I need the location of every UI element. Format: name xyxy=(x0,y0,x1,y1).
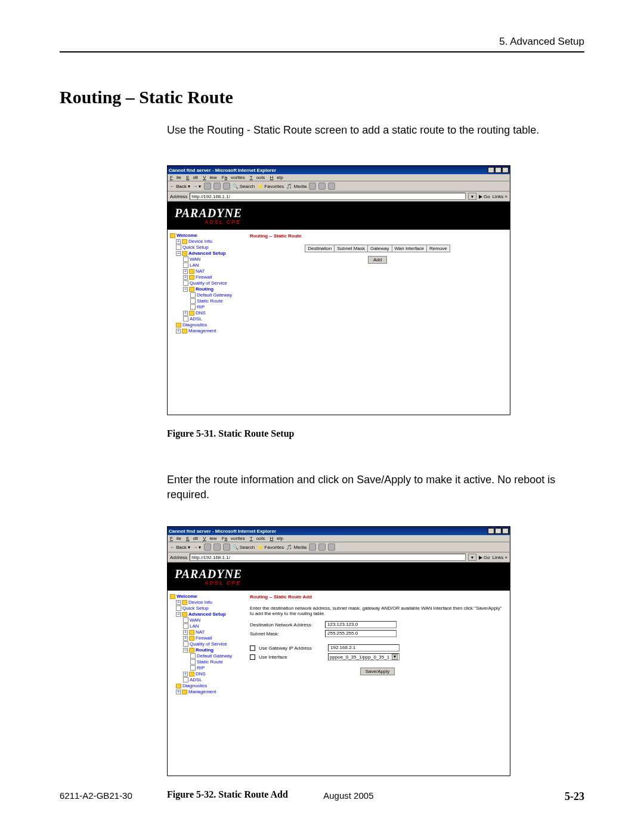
nav-firewall[interactable]: +Firewall xyxy=(183,635,243,641)
mail-icon[interactable] xyxy=(318,543,326,551)
favorites-button[interactable]: ⭐ Favorites xyxy=(257,545,284,550)
mask-input[interactable]: 255.255.255.0 xyxy=(325,630,397,637)
interface-select[interactable]: pppoe_0_35_1/ppp_0_35_1 ▾ xyxy=(328,653,400,660)
maximize-icon[interactable]: ▭ xyxy=(495,167,501,173)
menu-edit[interactable]: Edit xyxy=(186,536,198,541)
menu-view[interactable]: View xyxy=(203,536,216,541)
address-dropdown-icon[interactable]: ▾ xyxy=(468,554,476,561)
menu-file[interactable]: File xyxy=(170,536,181,541)
nav-dns[interactable]: +DNS xyxy=(183,310,243,316)
stop-icon[interactable] xyxy=(204,543,211,551)
menu-view[interactable]: View xyxy=(203,175,216,180)
nav-static-route[interactable]: Static Route xyxy=(190,659,243,665)
home-icon[interactable] xyxy=(223,183,230,190)
close-icon[interactable]: × xyxy=(502,167,509,173)
close-icon[interactable]: × xyxy=(502,528,509,534)
menu-tools[interactable]: Tools xyxy=(250,536,265,541)
nav-default-gateway[interactable]: Default Gateway xyxy=(190,292,243,298)
mail-icon[interactable] xyxy=(318,183,326,190)
nav-welcome[interactable]: Welcome xyxy=(170,594,243,599)
main-panel: Routing -- Static Route Destination Subn… xyxy=(245,230,510,415)
save-apply-button[interactable]: Save/Apply xyxy=(360,668,395,675)
nav-advanced-setup[interactable]: −Advanced Setup xyxy=(176,611,243,617)
media-button[interactable]: 🎵 Media xyxy=(286,545,306,550)
nav-nat[interactable]: +NAT xyxy=(183,268,243,274)
print-icon[interactable] xyxy=(328,183,335,190)
intro-paragraph-2: Enter the route information and click on… xyxy=(167,472,584,502)
nav-welcome[interactable]: Welcome xyxy=(170,233,243,238)
back-button[interactable]: ← Back ▾ xyxy=(170,545,190,550)
nav-dns[interactable]: +DNS xyxy=(183,671,243,677)
nav-qos[interactable]: Quality of Service xyxy=(183,280,243,286)
nav-static-route[interactable]: Static Route xyxy=(190,298,243,304)
nav-adsl[interactable]: ADSL xyxy=(183,677,243,682)
nav-wan[interactable]: WAN xyxy=(183,257,243,262)
search-button[interactable]: 🔍 Search xyxy=(233,545,255,550)
nav-firewall[interactable]: +Firewall xyxy=(183,274,243,280)
content-area: Welcome +Device Info Quick Setup −Advanc… xyxy=(168,591,510,776)
go-button[interactable]: ▶ Go xyxy=(479,194,490,199)
address-dropdown-icon[interactable]: ▾ xyxy=(468,193,476,200)
nav-wan[interactable]: WAN xyxy=(183,617,243,623)
media-button[interactable]: 🎵 Media xyxy=(286,184,306,189)
gateway-checkbox[interactable] xyxy=(250,645,255,651)
address-input[interactable]: http://192.168.1.1/ xyxy=(190,193,465,200)
minimize-icon[interactable]: _ xyxy=(488,528,494,534)
home-icon[interactable] xyxy=(223,543,230,551)
menu-help[interactable]: Help xyxy=(270,175,283,180)
history-icon[interactable] xyxy=(309,183,316,190)
address-label: Address xyxy=(170,194,187,199)
favorites-button[interactable]: ⭐ Favorites xyxy=(257,184,284,189)
nav-device-info[interactable]: +Device Info xyxy=(176,600,243,605)
forward-button[interactable]: → ▾ xyxy=(193,545,201,550)
history-icon[interactable] xyxy=(309,543,316,551)
refresh-icon[interactable] xyxy=(213,183,221,190)
maximize-icon[interactable]: ▭ xyxy=(495,528,501,534)
dest-input[interactable]: 123.123.123.0 xyxy=(325,621,397,628)
page-header: 5. Advanced Setup xyxy=(60,36,584,52)
nav-qos[interactable]: Quality of Service xyxy=(183,641,243,647)
nav-default-gateway[interactable]: Default Gateway xyxy=(190,653,243,659)
menu-help[interactable]: Help xyxy=(270,536,283,541)
nav-diagnostics[interactable]: Diagnostics xyxy=(176,683,243,688)
forward-button[interactable]: → ▾ xyxy=(193,184,201,189)
menu-tools[interactable]: Tools xyxy=(250,175,265,180)
nav-advanced-setup[interactable]: −Advanced Setup xyxy=(176,251,243,256)
address-input[interactable]: http://192.168.1.1/ xyxy=(190,554,465,561)
nav-adsl[interactable]: ADSL xyxy=(183,316,243,322)
nav-rip[interactable]: RIP xyxy=(190,665,243,671)
links-button[interactable]: Links » xyxy=(493,194,507,199)
refresh-icon[interactable] xyxy=(213,543,221,551)
back-button[interactable]: ← Back ▾ xyxy=(170,184,190,189)
menu-favorites[interactable]: Favorites xyxy=(222,536,245,541)
menu-file[interactable]: File xyxy=(170,175,181,180)
interface-checkbox[interactable] xyxy=(250,654,255,660)
go-button[interactable]: ▶ Go xyxy=(479,555,490,560)
minimize-icon[interactable]: _ xyxy=(488,167,494,173)
gateway-input[interactable]: 192.168.2.1 xyxy=(328,644,400,651)
nav-routing[interactable]: −Routing xyxy=(183,286,243,292)
doc-date: August 2005 xyxy=(323,790,373,803)
nav-nat[interactable]: +NAT xyxy=(183,629,243,635)
col-gateway: Gateway xyxy=(367,245,392,252)
nav-management[interactable]: +Management xyxy=(176,328,243,333)
brand-banner: PARADYNE ADSL CPE xyxy=(168,202,510,230)
nav-device-info[interactable]: +Device Info xyxy=(176,239,243,244)
nav-quick-setup[interactable]: Quick Setup xyxy=(176,245,243,250)
nav-rip[interactable]: RIP xyxy=(190,304,243,310)
window-title: Cannot find server - Microsoft Internet … xyxy=(169,529,276,534)
menu-edit[interactable]: Edit xyxy=(186,175,198,180)
nav-lan[interactable]: LAN xyxy=(183,623,243,629)
links-button[interactable]: Links » xyxy=(493,555,507,560)
print-icon[interactable] xyxy=(328,543,335,551)
nav-quick-setup[interactable]: Quick Setup xyxy=(176,606,243,611)
search-button[interactable]: 🔍 Search xyxy=(233,184,255,189)
nav-lan[interactable]: LAN xyxy=(183,262,243,268)
nav-diagnostics[interactable]: Diagnostics xyxy=(176,322,243,328)
add-button[interactable]: Add xyxy=(368,256,387,264)
nav-routing[interactable]: −Routing xyxy=(183,647,243,653)
figure-1-caption: Figure 5-31. Static Route Setup xyxy=(167,428,584,439)
menu-favorites[interactable]: Favorites xyxy=(222,175,245,180)
stop-icon[interactable] xyxy=(204,183,211,190)
nav-management[interactable]: +Management xyxy=(176,689,243,694)
